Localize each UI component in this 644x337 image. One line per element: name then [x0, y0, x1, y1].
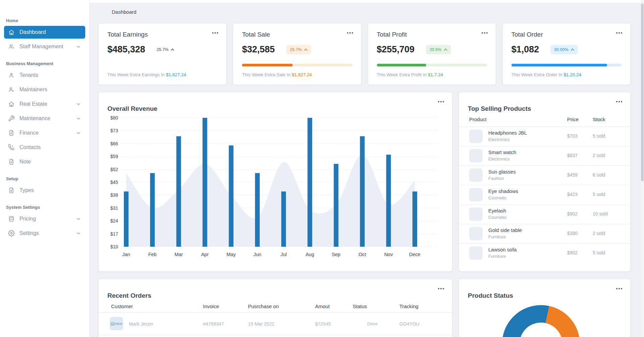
sidebar-item-dashboard[interactable]: Dashboard	[4, 26, 85, 39]
svg-text:$10: $10	[110, 244, 118, 249]
wrench-icon	[8, 115, 15, 122]
product-row-headphones-jbl[interactable]: Headphones JBL Electronics $703 5 sold	[459, 127, 630, 146]
order-row[interactable]: rece Mark Jecon #4789347 15 Mar 2022 $72…	[99, 312, 452, 335]
chevron-down-icon	[76, 101, 81, 107]
order-invoice: #4789347	[203, 321, 224, 327]
sidebar-item-staff-management[interactable]: Staff Management	[4, 40, 85, 53]
product-row-sun-glasses[interactable]: Sun glasses Fashion $459 6 sold	[459, 165, 630, 185]
svg-text:$38: $38	[110, 192, 118, 198]
sidebar-item-types[interactable]: Types	[4, 184, 85, 197]
document-icon	[8, 130, 15, 136]
ellipsis-menu-icon[interactable]	[437, 287, 445, 291]
progress-bar	[242, 64, 352, 66]
page-scrollbar[interactable]	[641, 0, 644, 337]
svg-text:Jul: Jul	[281, 252, 287, 257]
chevron-up-icon	[304, 48, 307, 51]
revenue-bar-may	[229, 145, 234, 247]
orders-column-amout: Amout	[315, 303, 330, 309]
order-customer: Mark Jecon	[129, 321, 153, 327]
product-stock: 6 sold	[593, 172, 605, 178]
product-stock: 5 sold	[593, 133, 605, 139]
sidebar-item-label: Contacts	[19, 144, 41, 150]
change-percent-badge: 20.5%	[426, 45, 451, 54]
sidebar-item-real-estate[interactable]: Real Estate	[4, 98, 85, 110]
svg-text:Sep: Sep	[332, 252, 341, 257]
product-name: Gold side table	[488, 227, 522, 233]
ellipsis-menu-icon[interactable]	[480, 31, 489, 35]
product-price: $902	[567, 250, 578, 255]
stat-card-total-order: Total Order $1,082 30.00% This Week Extr…	[503, 23, 630, 85]
product-category: Electronics	[488, 156, 510, 161]
product-category: Cosmetic	[488, 195, 506, 200]
revenue-bar-oct	[360, 136, 365, 247]
orders-column-tracking: Tracking	[399, 303, 418, 309]
sidebar-item-maintenance[interactable]: Maintenance	[4, 112, 85, 125]
sidebar-item-label: Note	[19, 159, 31, 165]
database-icon	[8, 215, 15, 222]
sidebar-item-maintainers[interactable]: Maintainers	[4, 83, 85, 96]
ellipsis-menu-icon[interactable]	[615, 287, 624, 291]
stat-card-total-sale: Total Sale $32,585 25.7% This Week Extra…	[233, 23, 361, 85]
products-table-header: ProductPriceStock	[459, 116, 630, 127]
users-icon	[8, 43, 15, 50]
product-row-eye-shadows[interactable]: Eye shadows Cosmetic $423 5 sold	[459, 185, 630, 204]
change-percent-badge: 30.00%	[550, 45, 578, 54]
products-column-price: Price	[567, 116, 579, 122]
stat-card-note: This Week Extra Earnings In $1,827.24	[107, 72, 186, 77]
svg-text:Dece: Dece	[409, 252, 420, 257]
document-icon	[8, 158, 15, 165]
sidebar-item-contacts[interactable]: Contacts	[4, 141, 85, 154]
chevron-down-icon	[76, 116, 81, 121]
sidebar-item-label: Maintainers	[19, 87, 47, 93]
svg-text:$66: $66	[110, 141, 118, 146]
product-stock: 5 sold	[593, 192, 605, 197]
ellipsis-menu-icon[interactable]	[615, 100, 624, 104]
svg-text:May: May	[227, 252, 236, 257]
overall-revenue-chart: $80$73$66$59$52$45$38$31$24$17$10JanFebM…	[105, 112, 445, 266]
orders-column-status: Status	[353, 303, 367, 309]
product-name: Lawson sofa	[488, 247, 516, 252]
ellipsis-menu-icon[interactable]	[346, 31, 354, 35]
progress-bar	[511, 64, 622, 66]
gear-icon	[8, 230, 15, 237]
product-stock: 2 sold	[593, 231, 605, 236]
chevron-down-icon	[76, 216, 81, 222]
svg-text:Apr: Apr	[201, 252, 209, 257]
sidebar-item-tenants[interactable]: Tenants	[4, 69, 85, 82]
sidebar-item-note[interactable]: Note	[4, 155, 85, 168]
product-category: Furniture	[488, 254, 506, 259]
sidebar-item-label: Settings	[19, 230, 39, 236]
product-row-smart-watch[interactable]: Smart watch Electronics $837 2 sold	[459, 146, 630, 165]
revenue-bar-mar	[176, 136, 181, 247]
stat-card-note: This Week Extra Order In $1,20.24	[511, 72, 581, 77]
product-row-gold-side-table[interactable]: Gold side table Furniture $390 2 sold	[459, 224, 630, 243]
sidebar-item-settings[interactable]: Settings	[4, 227, 85, 240]
product-status-panel: Product Status	[459, 279, 630, 337]
home-icon	[8, 29, 15, 36]
scrollbar-thumb[interactable]	[641, 3, 644, 181]
progress-bar	[377, 64, 487, 66]
product-stock: 2 sold	[593, 153, 605, 158]
svg-text:Feb: Feb	[148, 252, 157, 257]
ellipsis-menu-icon[interactable]	[211, 31, 219, 35]
avatar-alt-text: rece	[115, 322, 122, 326]
sidebar-item-finance[interactable]: Finance	[4, 127, 85, 139]
chevron-up-icon	[171, 48, 174, 51]
sidebar-item-pricing[interactable]: Pricing	[4, 212, 85, 225]
stat-card-value: $1,082	[511, 44, 539, 55]
sidebar: Home Dashboard Staff Management Business…	[0, 0, 90, 337]
change-percent: 25.7%	[157, 47, 174, 52]
product-name: Smart watch	[488, 149, 516, 155]
product-row-eyelash[interactable]: Eyelash Cosmetic $902 10 sold	[459, 204, 630, 224]
order-row-partial[interactable]	[99, 335, 452, 337]
revenue-bar-jun	[255, 173, 260, 247]
product-status-donut-chart	[502, 305, 580, 337]
overall-revenue-title: Overall Revenue	[107, 105, 157, 112]
revenue-bar-dece	[412, 191, 417, 247]
ellipsis-menu-icon[interactable]	[437, 100, 445, 104]
chevron-down-icon	[76, 130, 81, 136]
dashboard-app: Home Dashboard Staff Management Business…	[0, 0, 644, 337]
top-selling-products-title: Top Selling Products	[468, 105, 531, 112]
ellipsis-menu-icon[interactable]	[615, 31, 624, 35]
product-row-lawson-sofa[interactable]: Lawson sofa Furniture $902 5 sold	[459, 243, 630, 263]
